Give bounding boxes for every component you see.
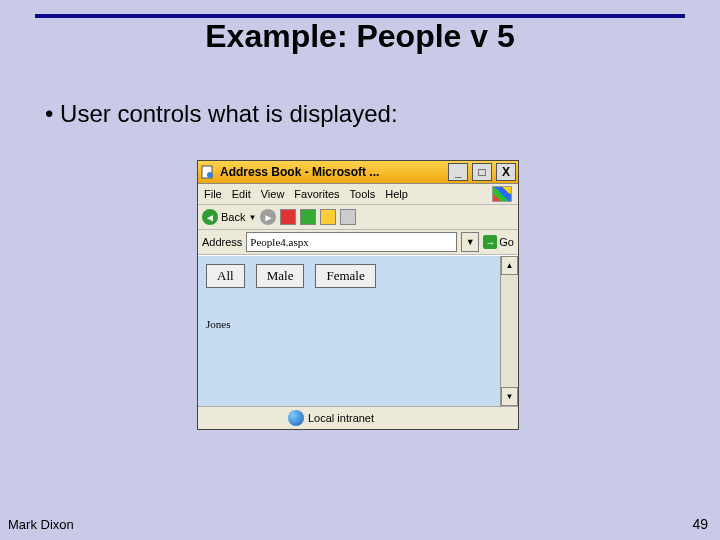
ie-page-icon <box>200 164 216 180</box>
menu-help[interactable]: Help <box>385 188 408 200</box>
toolbar: ◄ Back ▼ ► <box>198 205 518 230</box>
slide-bullet: • User controls what is displayed: <box>45 100 398 128</box>
address-label: Address <box>202 236 242 248</box>
scroll-up-button[interactable]: ▲ <box>501 256 518 275</box>
back-button[interactable]: ◄ Back ▼ <box>202 209 256 225</box>
close-button[interactable]: X <box>496 163 516 181</box>
menu-edit[interactable]: Edit <box>232 188 251 200</box>
footer-author: Mark Dixon <box>8 517 74 532</box>
address-bar: Address ▼ → Go <box>198 230 518 255</box>
minimize-button[interactable]: _ <box>448 163 468 181</box>
search-icon[interactable] <box>340 209 356 225</box>
title-bar: Address Book - Microsoft ... _ □ X <box>198 161 518 184</box>
result-text: Jones <box>206 318 492 330</box>
address-dropdown[interactable]: ▼ <box>461 232 479 252</box>
female-button[interactable]: Female <box>315 264 375 288</box>
back-label: Back <box>221 211 245 223</box>
forward-button[interactable]: ► <box>260 209 276 225</box>
address-input[interactable] <box>246 232 457 252</box>
scroll-track[interactable] <box>501 275 518 387</box>
menu-tools[interactable]: Tools <box>350 188 376 200</box>
all-button[interactable]: All <box>206 264 245 288</box>
browser-window: Address Book - Microsoft ... _ □ X File … <box>197 160 519 430</box>
content-area: All Male Female Jones ▲ ▼ <box>198 255 518 406</box>
male-button[interactable]: Male <box>256 264 305 288</box>
refresh-icon[interactable] <box>300 209 316 225</box>
menu-file[interactable]: File <box>204 188 222 200</box>
go-label: Go <box>499 236 514 248</box>
chevron-down-icon: ▼ <box>248 213 256 222</box>
footer-page-number: 49 <box>692 516 708 532</box>
zone-globe-icon <box>288 410 304 426</box>
home-icon[interactable] <box>320 209 336 225</box>
status-bar: Local intranet <box>198 406 518 429</box>
menu-view[interactable]: View <box>261 188 285 200</box>
page-body: All Male Female Jones <box>198 256 500 406</box>
back-arrow-icon: ◄ <box>202 209 218 225</box>
menu-bar: File Edit View Favorites Tools Help <box>198 184 518 205</box>
status-text: Local intranet <box>308 412 374 424</box>
stop-icon[interactable] <box>280 209 296 225</box>
go-button[interactable]: → Go <box>483 235 514 249</box>
maximize-button[interactable]: □ <box>472 163 492 181</box>
windows-flag-icon <box>492 186 512 202</box>
svg-point-1 <box>207 172 213 178</box>
scroll-down-button[interactable]: ▼ <box>501 387 518 406</box>
menu-favorites[interactable]: Favorites <box>294 188 339 200</box>
slide-title: Example: People v 5 <box>0 18 720 55</box>
go-arrow-icon: → <box>483 235 497 249</box>
vertical-scrollbar[interactable]: ▲ ▼ <box>500 256 518 406</box>
window-title: Address Book - Microsoft ... <box>220 165 444 179</box>
